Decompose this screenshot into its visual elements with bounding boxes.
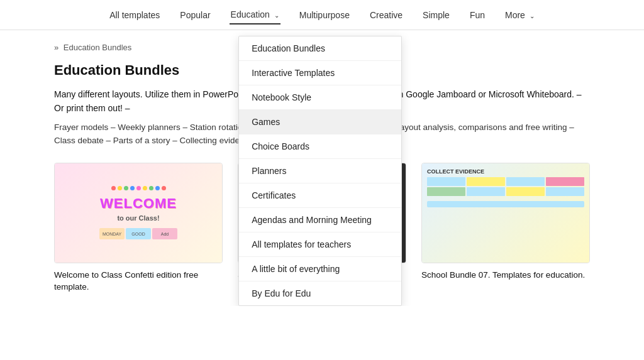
- education-dropdown: Education Bundles Interactive Templates …: [238, 36, 402, 306]
- dropdown-item-interactive-templates[interactable]: Interactive Templates: [239, 61, 401, 85]
- dot: [111, 186, 116, 190]
- nav-multipurpose[interactable]: Multipurpose: [298, 6, 351, 24]
- collect-title: COLLECT EVIDENCE: [427, 168, 484, 175]
- collect-bar: [427, 201, 584, 207]
- cell: [467, 177, 505, 186]
- cell: [546, 177, 584, 186]
- dot: [124, 186, 128, 190]
- nav-more-label: More: [505, 10, 525, 20]
- dot: [130, 186, 135, 190]
- cell: [427, 177, 465, 186]
- dot: [118, 186, 122, 190]
- breadcrumb-arrow: »: [54, 43, 58, 52]
- cell: [506, 187, 545, 196]
- cell: [546, 187, 584, 196]
- card-3-visual: COLLECT EVIDENCE: [422, 163, 589, 263]
- dropdown-item-by-edu[interactable]: By Edu for Edu: [239, 281, 401, 305]
- chevron-down-icon-more: ⌄: [530, 13, 535, 19]
- nav-fun[interactable]: Fun: [469, 6, 486, 24]
- collect-grid: [427, 177, 584, 196]
- dropdown-item-notebook-style[interactable]: Notebook Style: [239, 85, 401, 110]
- dropdown-item-choice-boards[interactable]: Choice Boards: [239, 134, 401, 159]
- welcome-text: WELCOME: [100, 195, 177, 212]
- dropdown-item-certificates[interactable]: Certificates: [239, 183, 401, 208]
- collect-pills: [427, 212, 430, 217]
- main-nav: All templates Popular Education ⌄ Educat…: [0, 0, 644, 30]
- nav-education-label: Education: [231, 9, 270, 19]
- dot: [155, 186, 160, 190]
- card-1-image: WELCOME to our Class! MONDAY GOOD Add: [54, 163, 223, 263]
- nav-simple[interactable]: Simple: [421, 6, 451, 24]
- cell: [427, 187, 465, 196]
- dropdown-item-games[interactable]: Games: [239, 110, 401, 134]
- dot: [143, 186, 147, 190]
- card-1[interactable]: WELCOME to our Class! MONDAY GOOD Add We…: [54, 163, 223, 293]
- card-1-bottom-strips: MONDAY GOOD Add: [99, 228, 177, 239]
- dot: [149, 186, 153, 190]
- dropdown-item-planners[interactable]: Planners: [239, 159, 401, 183]
- dropdown-menu: Education Bundles Interactive Templates …: [238, 36, 402, 306]
- welcome-sub: to our Class!: [117, 214, 159, 222]
- cell: [506, 177, 545, 186]
- nav-all-templates[interactable]: All templates: [108, 6, 161, 24]
- strip: Add: [152, 228, 177, 239]
- breadcrumb-label: Education Bundles: [64, 43, 131, 52]
- nav-popular[interactable]: Popular: [179, 6, 211, 24]
- dropdown-item-agendas[interactable]: Agendas and Morning Meeting: [239, 208, 401, 232]
- card-1-visual: WELCOME to our Class! MONDAY GOOD Add: [55, 163, 222, 263]
- card-3-label: School Bundle 07. Templates for educatio…: [421, 270, 590, 281]
- strip: MONDAY: [99, 228, 125, 239]
- dot: [162, 186, 166, 190]
- card-1-label: Welcome to Class Confetti edition free t…: [54, 270, 223, 293]
- dropdown-item-little-bit[interactable]: A little bit of everything: [239, 257, 401, 281]
- cell: [467, 187, 505, 196]
- chevron-down-icon: ⌄: [274, 12, 279, 19]
- dropdown-item-education-bundles[interactable]: Education Bundles: [239, 36, 401, 61]
- card-3[interactable]: COLLECT EVIDENCE: [421, 163, 590, 293]
- dropdown-item-all-teachers[interactable]: All templates for teachers: [239, 232, 401, 257]
- nav-items: All templates Popular Education ⌄ Educat…: [108, 6, 536, 25]
- dot: [136, 186, 141, 190]
- strip: GOOD: [126, 228, 151, 239]
- card-1-dots: [111, 186, 166, 190]
- nav-more[interactable]: More ⌄: [504, 6, 536, 24]
- nav-creative[interactable]: Creative: [369, 6, 404, 24]
- nav-education[interactable]: Education ⌄ Education Bundles Interactiv…: [230, 6, 280, 25]
- card-3-image: COLLECT EVIDENCE: [421, 163, 590, 263]
